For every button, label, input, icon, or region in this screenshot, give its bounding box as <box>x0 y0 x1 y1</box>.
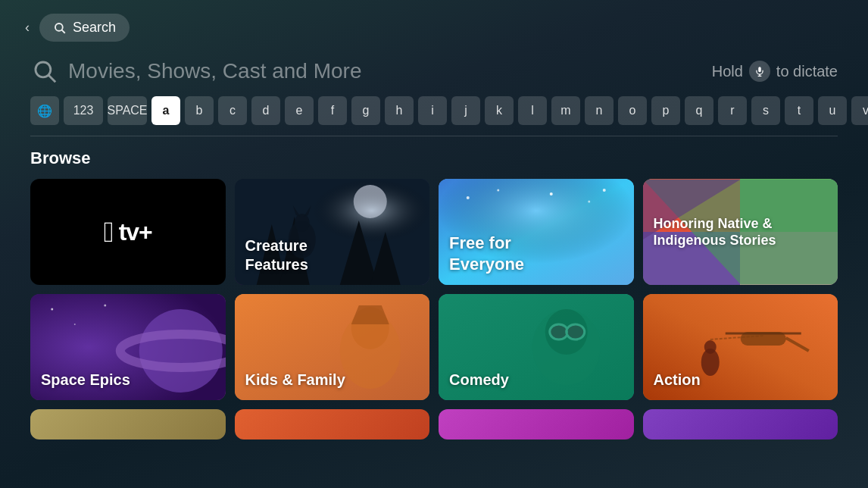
svg-point-48 <box>704 340 716 354</box>
key-o[interactable]: o <box>618 96 647 125</box>
browse-card-creature[interactable]: Creature Features <box>235 179 430 285</box>
browse-card-action[interactable]: Action <box>643 294 838 400</box>
svg-point-20 <box>467 196 470 199</box>
appletv-text: tv+ <box>119 218 152 246</box>
svg-line-1 <box>62 30 65 33</box>
svg-point-40 <box>550 324 568 339</box>
browse-card-partial-1[interactable] <box>30 409 226 440</box>
svg-point-15 <box>294 214 309 232</box>
key-m[interactable]: m <box>551 96 580 125</box>
dictate-hold: Hold <box>712 63 743 80</box>
svg-point-41 <box>567 324 585 339</box>
key-i[interactable]: i <box>418 96 447 125</box>
search-bar-area: Movies, Shows, Cast and More Hold to dic… <box>0 49 868 90</box>
key-globe[interactable]: 🌐 <box>30 96 59 125</box>
search-nav-label: Search <box>73 20 116 36</box>
svg-point-28 <box>139 309 223 393</box>
browse-card-partial-2[interactable] <box>235 409 430 440</box>
search-icon <box>53 21 67 35</box>
browse-grid:  tv+ <box>30 179 838 400</box>
browse-card-appletv[interactable]:  tv+ <box>30 179 226 285</box>
svg-point-24 <box>603 189 606 192</box>
free-label: Free for Everyone <box>449 233 524 274</box>
browse-card-native[interactable]: Honoring Native & Indigenous Stories <box>643 179 838 285</box>
key-t[interactable]: t <box>785 96 813 125</box>
keyboard-row: 🌐 123 SPACE a b c d e f g h i j k l m n … <box>0 90 868 133</box>
space-label: Space Epics <box>41 371 130 389</box>
svg-point-31 <box>74 324 76 325</box>
native-label: Honoring Native & Indigenous Stories <box>643 179 838 285</box>
key-v[interactable]: v <box>851 96 868 125</box>
browse-title: Browse <box>30 149 838 168</box>
mic-icon <box>749 61 770 82</box>
browse-card-partial-4[interactable] <box>643 409 838 440</box>
divider <box>30 136 838 136</box>
key-g[interactable]: g <box>351 96 380 125</box>
creature-label: Creature Features <box>245 236 308 274</box>
action-label: Action <box>654 371 701 389</box>
key-e[interactable]: e <box>285 96 314 125</box>
key-space[interactable]: SPACE <box>108 96 147 125</box>
svg-point-30 <box>51 308 53 311</box>
key-l[interactable]: l <box>518 96 547 125</box>
dictate-to: to dictate <box>776 63 838 80</box>
browse-grid-row3 <box>30 409 838 440</box>
key-p[interactable]: p <box>651 96 680 125</box>
back-arrow[interactable]: ‹ <box>18 19 36 37</box>
key-d[interactable]: d <box>251 96 280 125</box>
svg-point-32 <box>104 305 106 307</box>
key-k[interactable]: k <box>485 96 514 125</box>
top-nav: ‹ Search <box>0 0 868 49</box>
browse-section: Browse  tv+ <box>0 149 868 440</box>
browse-card-partial-3[interactable] <box>439 409 634 440</box>
key-b[interactable]: b <box>185 96 214 125</box>
dictate-hint: Hold to dictate <box>712 61 838 82</box>
key-h[interactable]: h <box>385 96 414 125</box>
svg-point-22 <box>550 192 553 196</box>
search-large-icon <box>30 57 59 86</box>
key-a[interactable]: a <box>151 96 180 125</box>
comedy-label: Comedy <box>449 371 509 389</box>
key-j[interactable]: j <box>451 96 480 125</box>
kids-label: Kids & Family <box>245 371 345 389</box>
svg-point-0 <box>55 23 63 31</box>
key-123[interactable]: 123 <box>64 96 103 125</box>
browse-card-space[interactable]: Space Epics <box>30 294 226 400</box>
key-u[interactable]: u <box>818 96 847 125</box>
key-r[interactable]: r <box>718 96 747 125</box>
key-q[interactable]: q <box>685 96 713 125</box>
browse-card-comedy[interactable]: Comedy <box>439 294 634 400</box>
svg-rect-4 <box>758 67 761 72</box>
svg-point-2 <box>36 62 51 77</box>
key-c[interactable]: c <box>218 96 247 125</box>
svg-point-21 <box>497 189 499 192</box>
browse-card-kids[interactable]: Kids & Family <box>235 294 430 400</box>
search-placeholder[interactable]: Movies, Shows, Cast and More <box>68 59 712 83</box>
key-f[interactable]: f <box>318 96 347 125</box>
key-s[interactable]: s <box>751 96 780 125</box>
search-nav-pill[interactable]: Search <box>39 14 130 42</box>
apple-symbol:  <box>104 216 114 249</box>
browse-card-free[interactable]: Free for Everyone <box>439 179 634 285</box>
svg-point-23 <box>588 201 590 203</box>
key-n[interactable]: n <box>585 96 614 125</box>
svg-line-3 <box>49 76 56 83</box>
appletv-logo:  tv+ <box>104 216 152 249</box>
